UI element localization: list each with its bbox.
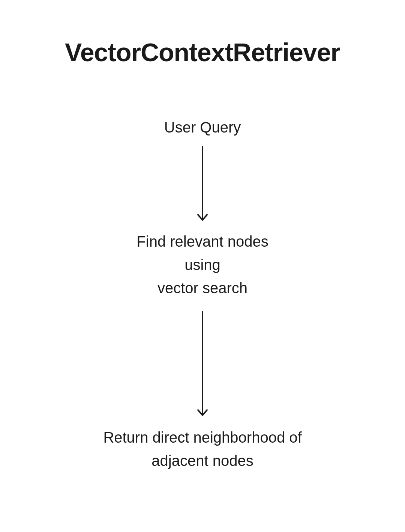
- step-line: Find relevant nodes: [136, 233, 268, 250]
- diagram-title: VectorContextRetriever: [0, 38, 405, 67]
- step-line: Return direct neighborhood of: [103, 429, 302, 446]
- step-vector-search: Find relevant nodes using vector search: [136, 230, 268, 300]
- step-line: adjacent nodes: [152, 452, 253, 469]
- arrow-down-icon: [195, 309, 210, 418]
- arrow-down-icon: [195, 144, 210, 223]
- step-user-query: User Query: [164, 116, 241, 139]
- step-return-neighborhood: Return direct neighborhood of adjacent n…: [103, 426, 302, 472]
- step-line: using: [184, 256, 220, 273]
- step-line: vector search: [158, 280, 248, 296]
- flow-container: User Query Find relevant nodes using vec…: [103, 116, 302, 472]
